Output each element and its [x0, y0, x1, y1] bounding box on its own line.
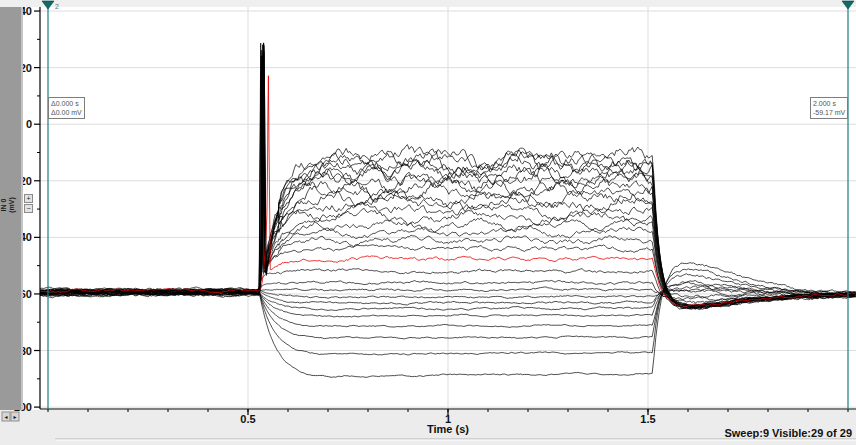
top-strip	[0, 0, 856, 7]
y-scale-controls: + −	[24, 194, 34, 214]
y-scale-decrease-button[interactable]: −	[24, 204, 33, 213]
scroll-left-icon: ◂	[4, 414, 7, 420]
signal-sidebar: IN 0 (mV)	[0, 7, 23, 410]
scroll-right-button[interactable]: ▸	[11, 412, 19, 421]
x-axis-title: Time (s)	[427, 423, 469, 435]
cursor-2-value-readout: -59.17 mV	[813, 108, 845, 117]
y-tick-label: 0	[26, 118, 32, 130]
x-tick-label: 1.5	[640, 413, 655, 425]
trace-plot-canvas[interactable]: 40200-20-40-60-80-100 0.511.5 2 Time (s)…	[0, 0, 856, 445]
y-scale-increase-button[interactable]: +	[24, 194, 33, 203]
cursor-1-time-readout: Δ0.000 s	[51, 99, 82, 108]
signal-name-label: IN 0 (mV)	[0, 175, 20, 235]
signal-name-line1: IN 0	[0, 199, 7, 212]
cursor-1-value-readout: Δ0.00 mV	[51, 108, 82, 117]
clampfit-analysis-window: 40200-20-40-60-80-100 0.511.5 2 Time (s)…	[0, 0, 856, 445]
x-tick-label: 0.5	[240, 413, 255, 425]
scroll-left-button[interactable]: ◂	[2, 412, 10, 421]
scroll-right-icon: ▸	[13, 414, 16, 420]
cursor-1-readout-box[interactable]: Δ0.000 s Δ0.00 mV	[48, 97, 85, 119]
sweep-status-text: Sweep:9 Visible:29 of 29	[724, 427, 852, 439]
cursor-2-readout-box[interactable]: 2.000 s -59.17 mV	[810, 97, 848, 119]
cursor-2-time-readout: 2.000 s	[813, 99, 845, 108]
signal-units-line2: (mV)	[8, 197, 15, 213]
cursor-1-label: 2	[55, 3, 59, 10]
